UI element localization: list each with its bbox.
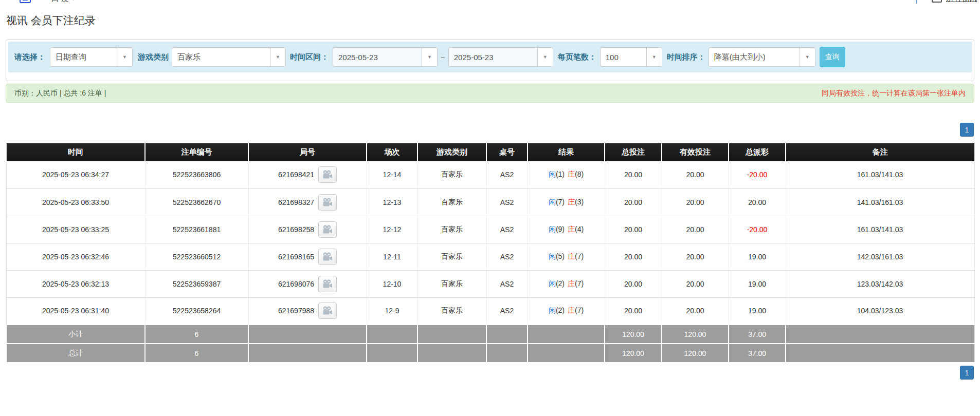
game-category-value: 百家乐 (172, 48, 270, 66)
subtotal-valid-bet: 120.00 (662, 325, 729, 344)
chevron-down-icon[interactable]: ▼ (537, 48, 553, 66)
subtotal-count: 6 (145, 325, 248, 344)
game-category-label: 游戏类别 (138, 52, 169, 62)
video-replay-button[interactable] (318, 166, 337, 183)
cell-game: 百家乐 (418, 188, 486, 216)
cell-total-bet[interactable]: 20.00 (605, 216, 662, 243)
header-result: 结果 (528, 143, 605, 161)
cell-session: 12-11 (367, 243, 418, 270)
cell-time: 2025-05-23 06:31:40 (6, 297, 145, 325)
date-from-input[interactable]: 2025-05-23 ▼ (333, 47, 438, 67)
video-camera-icon (322, 170, 333, 179)
cell-remark: 141.03/161.03 (786, 188, 974, 216)
round-number: 621698165 (278, 253, 314, 261)
banker-result: 庄 (568, 306, 575, 314)
cell-time: 2025-05-23 06:33:25 (6, 216, 145, 243)
query-button[interactable]: 查询 (820, 47, 845, 67)
chevron-down-icon[interactable]: ▼ (800, 48, 815, 66)
cell-session: 12-14 (367, 161, 418, 188)
filter-bar: 请选择： 日期查询 ▼ 游戏类别 百家乐 ▼ 时间区间： 2025-05-23 … (8, 42, 972, 72)
cell-game: 百家乐 (418, 297, 486, 325)
video-camera-icon (322, 198, 333, 207)
cell-valid-bet: 20.00 (662, 216, 729, 243)
player-result: 闲 (549, 306, 556, 314)
player-result: 闲 (549, 279, 556, 288)
chevron-down-icon[interactable]: ▼ (117, 48, 132, 66)
player-result: 闲 (549, 252, 556, 260)
video-camera-icon (322, 252, 333, 261)
per-page-select[interactable]: 100 ▼ (600, 47, 662, 67)
cell-total-bet[interactable]: 20.00 (605, 270, 662, 297)
cell-round: 621698076 (248, 270, 367, 297)
top-right-fragment[interactable]: 所有视讯 (946, 0, 977, 4)
page-title: 视讯 会员下注纪录 (6, 13, 980, 28)
app-logo-icon[interactable] (20, 0, 31, 3)
per-page-label: 每页笔数： (558, 52, 596, 62)
total-total-bet: 120.00 (605, 344, 662, 363)
divider (916, 0, 917, 4)
pagination-bottom: 1 (6, 366, 974, 380)
video-camera-icon (322, 306, 333, 315)
cell-round: 621698327 (248, 188, 367, 216)
header-game: 游戏类别 (418, 143, 486, 161)
cell-time: 2025-05-23 06:34:27 (6, 161, 145, 188)
cell-payout: 20.00 (729, 188, 786, 216)
range-separator: ~ (441, 53, 445, 62)
query-type-select[interactable]: 日期查询 ▼ (50, 47, 133, 67)
total-count: 6 (145, 344, 248, 363)
time-sort-select[interactable]: 降冪(由大到小) ▼ (709, 47, 815, 67)
cell-payout: -20.00 (729, 161, 786, 188)
round-number: 621698258 (278, 225, 314, 234)
cell-valid-bet: 20.00 (662, 297, 729, 325)
cell-payout: 19.00 (729, 297, 786, 325)
subtotal-payout: 37.00 (729, 325, 786, 344)
video-replay-button[interactable] (318, 194, 337, 211)
cell-result: 闲(5)庄(7) (528, 243, 605, 270)
video-replay-button[interactable] (318, 276, 337, 292)
video-replay-button[interactable] (318, 302, 337, 319)
chevron-down-icon[interactable]: ▼ (422, 48, 437, 66)
chevron-down-icon[interactable]: ▼ (646, 48, 662, 66)
cell-bet-id: 522523661881 (145, 216, 248, 243)
total-valid-bet: 120.00 (662, 344, 729, 363)
cell-total-bet[interactable]: 20.00 (605, 243, 662, 270)
cell-total-bet[interactable]: 20.00 (605, 188, 662, 216)
player-result: 闲 (549, 198, 556, 206)
cell-result: 闲(2)庄(7) (528, 270, 605, 297)
cell-result: 闲(2)庄(7) (528, 297, 605, 325)
cell-bet-id: 522523662670 (145, 188, 248, 216)
cell-result: 闲(1)庄(8) (528, 161, 605, 188)
banker-result: 庄 (568, 225, 575, 233)
page-1-button[interactable]: 1 (960, 366, 974, 380)
cell-remark: 161.03/141.03 (786, 161, 974, 188)
cell-total-bet[interactable]: 20.00 (605, 161, 662, 188)
time-sort-value: 降冪(由大到小) (709, 48, 800, 66)
player-result: 闲 (549, 170, 556, 178)
game-category-select[interactable]: 百家乐 ▼ (172, 47, 286, 67)
video-replay-button[interactable] (318, 221, 337, 238)
summary-bar: 币别：人民币 | 总共 :6 注单 | 同局有效投注，统一计算在该局第一张注单内 (6, 84, 974, 103)
time-range-label: 时间区间： (290, 52, 329, 62)
cell-result: 闲(9)庄(4) (528, 216, 605, 243)
date-to-input[interactable]: 2025-05-23 ▼ (448, 47, 553, 67)
header-round: 局号 (248, 143, 367, 161)
table-row: 2025-05-23 06:32:13 522523659387 6216980… (6, 270, 974, 297)
top-left-fragment[interactable]: 白度 (51, 0, 71, 4)
video-camera-icon (322, 279, 333, 289)
page-1-button[interactable]: 1 (960, 123, 974, 137)
round-number: 621698421 (278, 171, 314, 179)
cell-time: 2025-05-23 06:33:50 (6, 188, 145, 216)
header-total-bet: 总投注 (605, 143, 662, 161)
chevron-down-icon[interactable]: ▼ (270, 48, 285, 66)
cell-remark: 104.03/123.03 (786, 297, 974, 325)
cell-total-bet[interactable]: 20.00 (605, 297, 662, 325)
date-to-value: 2025-05-23 (449, 48, 537, 66)
header-remark: 备注 (786, 143, 974, 161)
video-replay-button[interactable] (318, 249, 337, 265)
cell-table-no: AS2 (486, 243, 528, 270)
bets-table: 时间 注单编号 局号 场次 游戏类别 桌号 结果 总投注 有效投注 总派彩 备注… (6, 143, 975, 363)
cell-payout: 19.00 (729, 270, 786, 297)
cell-game: 百家乐 (418, 161, 486, 188)
cell-round: 621697988 (248, 297, 367, 325)
cell-round: 621698165 (248, 243, 367, 270)
